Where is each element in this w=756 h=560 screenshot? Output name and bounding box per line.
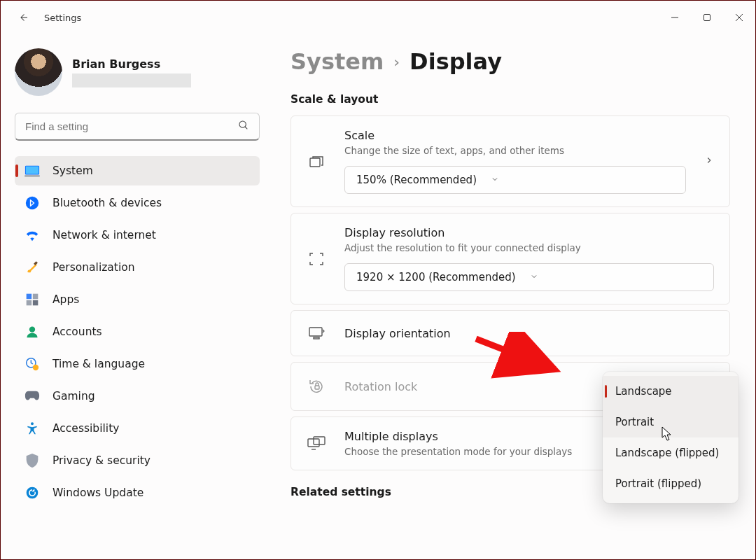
svg-rect-21 bbox=[309, 328, 322, 336]
resolution-dropdown[interactable]: 1920 × 1200 (Recommended) bbox=[344, 263, 714, 291]
avatar bbox=[15, 48, 62, 96]
svg-point-15 bbox=[29, 327, 35, 332]
nav-item-label: System bbox=[52, 164, 93, 177]
system-icon bbox=[24, 163, 40, 178]
svg-point-17 bbox=[33, 365, 38, 370]
bluetooth-icon bbox=[24, 195, 40, 211]
popup-item-label: Landscape bbox=[615, 385, 672, 398]
window-controls bbox=[659, 5, 755, 30]
main-panel: System › Display Scale & layout Scale Ch… bbox=[274, 34, 755, 559]
nav-item-personalization[interactable]: Personalization bbox=[15, 253, 260, 282]
brush-icon bbox=[24, 260, 40, 275]
nav-item-privacy[interactable]: Privacy & security bbox=[15, 446, 260, 475]
nav-item-apps[interactable]: Apps bbox=[15, 285, 260, 314]
card-sub: Change the size of text, apps, and other… bbox=[344, 145, 686, 156]
svg-rect-1 bbox=[704, 15, 710, 21]
nav-item-label: Network & internet bbox=[52, 229, 156, 241]
breadcrumb-parent[interactable]: System bbox=[290, 48, 384, 75]
breadcrumb-separator: › bbox=[393, 53, 400, 71]
apps-icon bbox=[24, 292, 40, 307]
card-title: Scale bbox=[344, 129, 686, 142]
section-scale-layout: Scale & layout bbox=[290, 93, 730, 106]
svg-line-5 bbox=[245, 127, 247, 129]
popup-item-landscape[interactable]: Landscape bbox=[603, 376, 738, 407]
close-button[interactable] bbox=[723, 5, 755, 30]
nav-item-label: Gaming bbox=[52, 390, 95, 402]
popup-item-portrait[interactable]: Portrait bbox=[603, 407, 738, 438]
svg-rect-12 bbox=[33, 294, 38, 300]
multiple-displays-icon bbox=[307, 436, 326, 451]
card-title: Display orientation bbox=[344, 327, 714, 340]
nav-item-windows-update[interactable]: Windows Update bbox=[15, 478, 260, 507]
resolution-icon bbox=[307, 251, 326, 267]
nav-item-time-language[interactable]: Time & language bbox=[15, 349, 260, 379]
card-sub: Adjust the resolution to fit your connec… bbox=[344, 242, 714, 253]
nav-item-label: Time & language bbox=[52, 358, 145, 370]
nav-item-label: Apps bbox=[52, 293, 79, 306]
nav-item-label: Personalization bbox=[52, 261, 135, 274]
person-icon bbox=[24, 324, 40, 340]
svg-rect-23 bbox=[315, 386, 319, 389]
svg-point-9 bbox=[26, 197, 38, 209]
rotation-lock-icon bbox=[307, 378, 326, 395]
breadcrumb: System › Display bbox=[290, 48, 730, 75]
nav-item-accounts[interactable]: Accounts bbox=[15, 317, 260, 346]
svg-rect-10 bbox=[34, 261, 38, 265]
app-title: Settings bbox=[44, 13, 81, 23]
search-input[interactable] bbox=[25, 120, 204, 132]
svg-rect-22 bbox=[314, 337, 319, 339]
maximize-button[interactable] bbox=[691, 5, 723, 30]
nav-item-label: Windows Update bbox=[52, 486, 144, 499]
minimize-button[interactable] bbox=[659, 5, 691, 30]
nav-item-label: Accounts bbox=[52, 326, 102, 338]
svg-rect-14 bbox=[33, 300, 38, 306]
popup-item-portrait-flipped[interactable]: Portrait (flipped) bbox=[603, 468, 738, 499]
chevron-right-icon bbox=[704, 155, 714, 168]
card-scale[interactable]: Scale Change the size of text, apps, and… bbox=[290, 115, 730, 207]
scale-icon bbox=[307, 153, 326, 170]
svg-rect-13 bbox=[27, 300, 32, 306]
svg-point-4 bbox=[239, 121, 246, 127]
card-title: Display resolution bbox=[344, 226, 714, 239]
titlebar: Settings bbox=[1, 1, 755, 34]
orientation-icon bbox=[307, 326, 326, 340]
clock-globe-icon bbox=[24, 356, 40, 372]
nav-item-accessibility[interactable]: Accessibility bbox=[15, 414, 260, 443]
search-icon bbox=[238, 120, 249, 134]
nav-item-label: Accessibility bbox=[52, 422, 119, 435]
popup-item-label: Landscape (flipped) bbox=[615, 447, 719, 459]
nav-item-label: Bluetooth & devices bbox=[52, 197, 162, 209]
sidebar: Brian Burgess System Bluetooth & devi bbox=[1, 34, 274, 559]
nav-list: System Bluetooth & devices Network & int… bbox=[15, 156, 260, 507]
chevron-down-icon bbox=[491, 174, 499, 186]
svg-point-18 bbox=[31, 422, 34, 425]
scale-dropdown[interactable]: 150% (Recommended) bbox=[344, 166, 686, 194]
card-resolution[interactable]: Display resolution Adjust the resolution… bbox=[290, 213, 730, 304]
svg-rect-7 bbox=[26, 167, 38, 174]
wifi-icon bbox=[24, 227, 40, 243]
nav-item-system[interactable]: System bbox=[15, 156, 260, 186]
accessibility-icon bbox=[24, 421, 40, 436]
nav-item-label: Privacy & security bbox=[52, 454, 150, 467]
nav-item-gaming[interactable]: Gaming bbox=[15, 382, 260, 411]
nav-item-bluetooth[interactable]: Bluetooth & devices bbox=[15, 188, 260, 218]
search-box[interactable] bbox=[15, 113, 260, 141]
back-button[interactable] bbox=[16, 11, 30, 24]
nav-item-network[interactable]: Network & internet bbox=[15, 220, 260, 250]
popup-item-label: Portrait bbox=[615, 416, 654, 428]
update-icon bbox=[24, 485, 40, 500]
profile-name: Brian Burgess bbox=[72, 57, 191, 71]
orientation-popup: Landscape Portrait Landscape (flipped) P… bbox=[603, 372, 738, 503]
breadcrumb-current: Display bbox=[410, 48, 502, 75]
popup-item-label: Portrait (flipped) bbox=[615, 477, 701, 490]
shield-icon bbox=[24, 453, 40, 468]
chevron-down-icon bbox=[530, 271, 538, 284]
svg-rect-20 bbox=[310, 158, 320, 167]
profile-block[interactable]: Brian Burgess bbox=[15, 48, 260, 96]
svg-rect-8 bbox=[24, 175, 40, 176]
popup-item-landscape-flipped[interactable]: Landscape (flipped) bbox=[603, 438, 738, 468]
svg-rect-11 bbox=[27, 294, 32, 300]
card-orientation[interactable]: Display orientation bbox=[290, 310, 730, 356]
resolution-value: 1920 × 1200 (Recommended) bbox=[356, 271, 516, 284]
gamepad-icon bbox=[24, 388, 40, 404]
